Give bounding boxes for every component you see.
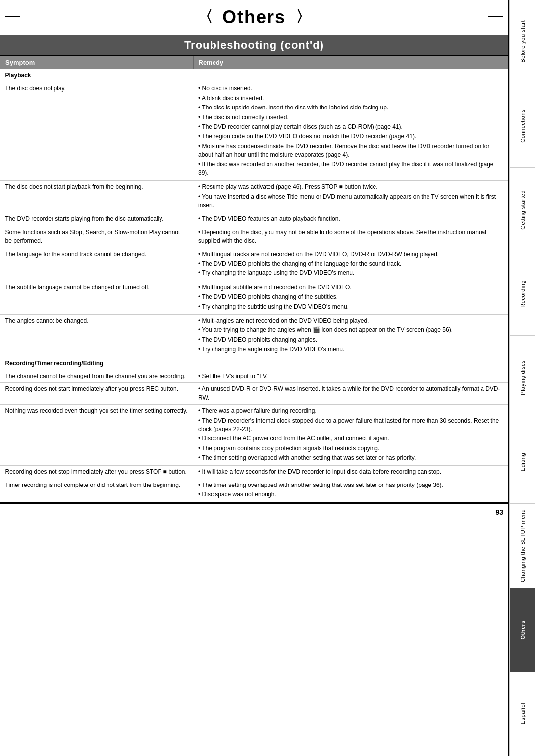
- symptom-cell: Recording does not stop immediately afte…: [0, 466, 194, 479]
- page-title: Others: [222, 7, 286, 27]
- sidebar-tab[interactable]: Editing: [510, 420, 535, 504]
- sidebar-tab-label: Recording: [520, 280, 526, 308]
- table-row: The disc does not start playback from th…: [0, 181, 508, 213]
- list-item: There was a power failure during recordi…: [198, 407, 503, 415]
- table-row: The DVD recorder starts playing from the…: [0, 213, 508, 226]
- sidebar-tab[interactable]: Getting started: [510, 168, 535, 252]
- list-item: Multilingual tracks are not recorded on …: [198, 250, 503, 259]
- page-number: 93: [0, 503, 508, 520]
- list-item: If the disc was recorded on another reco…: [198, 161, 503, 178]
- remedy-cell: • An unused DVD-R or DVD-RW was inserted…: [193, 383, 508, 405]
- list-item: You have inserted a disc whose Title men…: [198, 193, 503, 210]
- symptom-cell: Recording does not start immediately aft…: [0, 383, 194, 405]
- table-row: Recording does not start immediately aft…: [0, 383, 508, 405]
- remedy-cell: Multi-angles are not recorded on the DVD…: [193, 314, 508, 357]
- sidebar-tab-label: Connections: [520, 109, 526, 143]
- sidebar-tab-label: Others: [520, 620, 526, 639]
- symptom-cell: Timer recording is not complete or did n…: [0, 479, 194, 502]
- sidebar-tab[interactable]: Connections: [510, 84, 535, 168]
- sidebar-tab-label: Playing discs: [520, 360, 526, 395]
- sidebar-tab[interactable]: Recording: [510, 252, 535, 336]
- sidebar-tab-label: Editing: [520, 453, 526, 471]
- symptom-cell: The subtitle language cannot be changed …: [0, 281, 194, 314]
- section-header-row: Recording/Timer recording/Editing: [0, 357, 508, 370]
- remedy-cell: The timer setting overlapped with anothe…: [193, 479, 508, 502]
- list-item: The timer setting overlapped with anothe…: [198, 454, 503, 462]
- list-item: No disc is inserted.: [198, 84, 503, 93]
- remedy-cell: No disc is inserted.A blank disc is inse…: [193, 82, 508, 181]
- remedy-cell: • It will take a few seconds for the DVD…: [193, 466, 508, 479]
- table-row: Nothing was recorded even though you set…: [0, 405, 508, 466]
- list-item: The disc is not correctly inserted.: [198, 113, 503, 122]
- list-item: Moisture has condensed inside the DVD re…: [198, 142, 503, 160]
- list-item: Disc space was not enough.: [198, 490, 503, 499]
- list-item: Try changing the subtitle using the DVD …: [198, 303, 503, 311]
- list-item: Multi-angles are not recorded on the DVD…: [198, 317, 503, 325]
- remedy-cell: Multilingual tracks are not recorded on …: [193, 248, 508, 281]
- sidebar-tab[interactable]: Before you start: [510, 0, 535, 84]
- symptom-header: Symptom: [0, 56, 194, 69]
- remedy-cell: • The DVD VIDEO features an auto playbac…: [193, 213, 508, 226]
- list-item: The DVD VIDEO prohibits changing angles.: [198, 336, 503, 344]
- table-row: The channel cannot be changed from the c…: [0, 370, 508, 382]
- symptom-cell: The disc does not start playback from th…: [0, 181, 194, 213]
- list-item: A blank disc is inserted.: [198, 94, 503, 103]
- list-item: Try changing the angle using the DVD VID…: [198, 345, 503, 354]
- section-title: Playback: [0, 69, 508, 82]
- list-item: The program contains copy protection sig…: [198, 444, 503, 453]
- subtitle-banner: Troubleshooting (cont'd): [0, 35, 508, 55]
- table-row: Recording does not stop immediately afte…: [0, 466, 508, 479]
- symptom-cell: The angles cannot be changed.: [0, 314, 194, 357]
- list-item: The region code on the DVD VIDEO does no…: [198, 132, 503, 141]
- troubleshoot-table: Symptom Remedy PlaybackThe disc does not…: [0, 55, 508, 503]
- table-header-row: Symptom Remedy: [0, 56, 508, 69]
- table-row: Some functions such as Stop, Search, or …: [0, 226, 508, 248]
- list-item: Try changing the language using the DVD …: [198, 269, 503, 277]
- symptom-cell: The DVD recorder starts playing from the…: [0, 213, 194, 226]
- sidebar-tab[interactable]: Others: [510, 588, 535, 672]
- symptom-cell: The language for the sound track cannot …: [0, 248, 194, 281]
- symptom-cell: The channel cannot be changed from the c…: [0, 370, 194, 382]
- list-item: Disconnect the AC power cord from the AC…: [198, 434, 503, 443]
- remedy-cell: • Set the TV's input to "TV.": [193, 370, 508, 382]
- table-row: The disc does not play.No disc is insert…: [0, 82, 508, 181]
- list-item: You are trying to change the angles when…: [198, 326, 503, 334]
- list-item: Resume play was activated (page 46). Pre…: [198, 183, 503, 191]
- list-item: The timer setting overlapped with anothe…: [198, 481, 503, 489]
- sidebar-tab[interactable]: Playing discs: [510, 336, 535, 420]
- remedy-cell: Multilingual subtitle are not recorded o…: [193, 281, 508, 314]
- list-item: The DVD VIDEO prohibits changing of the …: [198, 293, 503, 301]
- remedy-cell: Resume play was activated (page 46). Pre…: [193, 181, 508, 213]
- remedy-header: Remedy: [193, 56, 508, 69]
- sidebar-tab[interactable]: Español: [510, 672, 535, 756]
- title-area: Others: [0, 0, 508, 33]
- sidebar-tab-label: Español: [520, 703, 526, 724]
- section-header-row: Playback: [0, 69, 508, 82]
- list-item: Multilingual subtitle are not recorded o…: [198, 283, 503, 292]
- table-row: Timer recording is not complete or did n…: [0, 479, 508, 502]
- sidebar-tab-label: Before you start: [520, 20, 526, 63]
- symptom-cell: Nothing was recorded even though you set…: [0, 405, 194, 466]
- right-sidebar: Before you startConnectionsGetting start…: [509, 0, 535, 756]
- list-item: The disc is upside down. Insert the disc…: [198, 104, 503, 112]
- list-item: The DVD VIDEO prohibits the changing of …: [198, 260, 503, 268]
- remedy-cell: There was a power failure during recordi…: [193, 405, 508, 466]
- remedy-cell: • Depending on the disc, you may not be …: [193, 226, 508, 248]
- table-row: The language for the sound track cannot …: [0, 248, 508, 281]
- table-row: The subtitle language cannot be changed …: [0, 281, 508, 314]
- sidebar-tab-label: Getting started: [520, 190, 526, 230]
- list-item: The DVD recorder's internal clock stoppe…: [198, 417, 503, 434]
- table-row: The angles cannot be changed.Multi-angle…: [0, 314, 508, 357]
- list-item: The DVD recorder cannot play certain dis…: [198, 123, 503, 131]
- symptom-cell: The disc does not play.: [0, 82, 194, 181]
- section-title: Recording/Timer recording/Editing: [0, 357, 508, 370]
- sidebar-tab-label: Changing the SETUP menu: [520, 509, 526, 582]
- sidebar-tab[interactable]: Changing the SETUP menu: [510, 504, 535, 588]
- symptom-cell: Some functions such as Stop, Search, or …: [0, 226, 194, 248]
